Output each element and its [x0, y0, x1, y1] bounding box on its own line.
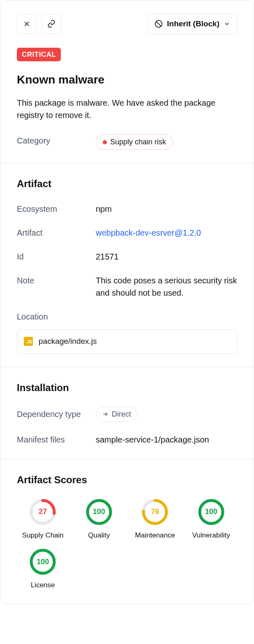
score-label: Supply Chain — [22, 530, 64, 541]
location-path: package/index.js — [39, 336, 97, 347]
location-box[interactable]: JS package/index.js — [17, 329, 237, 354]
header-actions — [17, 14, 61, 34]
scores-grid: 27 Supply Chain 100 Quality 76 Maintenan… — [17, 499, 237, 591]
score-ring: 100 — [86, 499, 112, 525]
score-ring: 100 — [198, 499, 224, 525]
artifact-section: Artifact Ecosystem npm Artifact webpback… — [0, 163, 254, 367]
scores-section: Artifact Scores 27 Supply Chain 100 Qual… — [0, 459, 254, 604]
id-label: Id — [17, 250, 96, 263]
header-row: Inherit (Block) — [17, 14, 237, 35]
category-value: Supply chain risk — [96, 134, 173, 150]
alert-description: This package is malware. We have asked t… — [17, 97, 237, 121]
dropdown-label: Inherit (Block) — [167, 18, 219, 30]
arrow-right-icon — [102, 411, 109, 417]
score-item: 76 Maintenance — [129, 499, 181, 541]
score-ring: 27 — [30, 499, 56, 525]
header-section: Inherit (Block) CRITICAL Known malware T… — [0, 0, 254, 163]
score-item: 100 Vulnerability — [185, 499, 238, 541]
artifact-label: Artifact — [17, 227, 96, 239]
link-button[interactable] — [42, 14, 61, 34]
score-ring: 100 — [30, 549, 56, 575]
id-value: 21571 — [96, 250, 237, 263]
manifest-row: Manifest files sample-service-1/package.… — [17, 433, 237, 446]
score-label: License — [31, 580, 55, 591]
installation-section: Installation Dependency type Direct Mani… — [0, 367, 254, 459]
policy-dropdown[interactable]: Inherit (Block) — [148, 14, 237, 35]
dependency-pill: Direct — [96, 407, 137, 422]
close-button[interactable] — [17, 14, 37, 34]
category-text: Supply chain risk — [110, 137, 166, 148]
score-label: Quality — [88, 530, 110, 541]
chevron-down-icon — [224, 21, 230, 27]
manifest-value: sample-service-1/package.json — [96, 433, 237, 446]
artifact-row: Artifact webpback-dev-esrver@1.2.0 — [17, 227, 237, 239]
scores-heading: Artifact Scores — [17, 473, 237, 487]
score-value: 100 — [30, 549, 56, 575]
ecosystem-label: Ecosystem — [17, 203, 96, 215]
score-ring: 76 — [142, 499, 168, 525]
dependency-type-row: Dependency type Direct — [17, 407, 237, 422]
link-icon — [47, 20, 55, 28]
score-value: 100 — [198, 499, 224, 525]
note-label: Note — [17, 274, 96, 287]
score-item: 100 Quality — [73, 499, 125, 541]
ecosystem-value: npm — [96, 203, 237, 215]
score-label: Maintenance — [135, 530, 175, 541]
installation-heading: Installation — [17, 380, 237, 395]
category-pill[interactable]: Supply chain risk — [96, 134, 173, 150]
severity-badge: CRITICAL — [17, 48, 61, 62]
js-file-icon: JS — [24, 337, 33, 346]
score-value: 100 — [86, 499, 112, 525]
dependency-type-label: Dependency type — [17, 408, 96, 420]
category-label: Category — [17, 134, 96, 147]
location-label: Location — [17, 310, 237, 323]
close-icon — [23, 20, 31, 28]
score-label: Vulnerability — [192, 530, 230, 541]
score-value: 76 — [142, 499, 168, 525]
score-item: 27 Supply Chain — [17, 499, 69, 541]
score-value: 27 — [30, 499, 56, 525]
artifact-link[interactable]: webpback-dev-esrver@1.2.0 — [96, 227, 237, 239]
category-row: Category Supply chain risk — [17, 134, 237, 150]
manifest-label: Manifest files — [17, 433, 96, 446]
dependency-type-value: Direct — [96, 407, 137, 422]
note-value: This code poses a serious security risk … — [96, 274, 237, 299]
alert-title: Known malware — [17, 71, 237, 88]
note-row: Note This code poses a serious security … — [17, 274, 237, 299]
id-row: Id 21571 — [17, 250, 237, 263]
status-dot-icon — [103, 140, 107, 144]
dependency-text: Direct — [112, 409, 131, 420]
detail-panel: Inherit (Block) CRITICAL Known malware T… — [0, 0, 254, 604]
ecosystem-row: Ecosystem npm — [17, 203, 237, 215]
score-item: 100 License — [17, 549, 69, 591]
block-icon — [155, 20, 163, 28]
artifact-heading: Artifact — [17, 176, 237, 191]
